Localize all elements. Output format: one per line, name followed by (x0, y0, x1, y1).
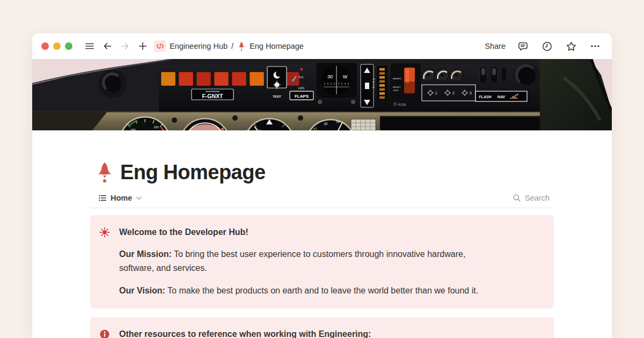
view-tab-bar: Home Search (90, 194, 554, 208)
compass-heading: 30 (327, 74, 333, 79)
new-page-button[interactable] (136, 39, 150, 53)
knob-number-1: 1 (435, 91, 437, 95)
flash-label: FLASH (479, 95, 492, 99)
heading-number: 9 (259, 129, 261, 130)
callout-welcome-title[interactable]: Welcome to the Developer Hub! (119, 226, 489, 239)
registration-placard: F-GNXT (192, 89, 233, 100)
mission-lead: Our Mission: (119, 249, 172, 259)
breadcrumb-page[interactable]: Eng Homepage (250, 42, 304, 50)
toolbar-right-group: Share (485, 39, 602, 53)
breadcrumb-separator: / (231, 42, 233, 50)
search-icon (513, 194, 521, 202)
minimize-window-button[interactable] (53, 42, 61, 50)
sun-icon[interactable] (99, 226, 110, 238)
compass-cardinal: W (343, 74, 348, 79)
armed-switch-module: ARMED RESET TEST RC290 (391, 63, 421, 108)
favorite-button[interactable] (564, 39, 578, 53)
test-label: TEST (273, 95, 281, 98)
knob-number-2: 2 (452, 91, 455, 95)
forward-button[interactable] (118, 39, 132, 53)
rocket-glyph (237, 41, 246, 52)
page-rocket-icon[interactable] (94, 161, 115, 184)
trim-label: TRIM (372, 78, 375, 89)
vision-paragraph[interactable]: Our Vision: To make the best products on… (119, 284, 489, 298)
page-title[interactable]: Eng Homepage (120, 161, 266, 184)
chevron-down-icon[interactable] (136, 196, 142, 200)
callout-resources-title[interactable]: Other resources to reference when workin… (119, 328, 371, 338)
updates-button[interactable] (540, 39, 554, 53)
info-glyph (99, 329, 110, 338)
plus-icon (138, 41, 148, 51)
air-vent-left (99, 70, 127, 98)
registration-text: F-GNXT (202, 93, 223, 99)
callout-resources[interactable]: Other resources to reference when workin… (90, 317, 554, 338)
sidebar-toggle-button[interactable] (83, 39, 97, 53)
mission-paragraph[interactable]: Our Mission: To bring the best user expe… (119, 247, 489, 275)
reset-test-label: TEST (393, 89, 399, 92)
rocket-icon (237, 41, 246, 52)
code-icon[interactable] (154, 40, 166, 52)
search-button[interactable]: Search (513, 194, 550, 202)
comment-icon (517, 41, 529, 52)
rocket-glyph-large (95, 161, 114, 184)
trim-indicator: TRIM (361, 64, 375, 107)
arrow-right-icon (120, 41, 130, 52)
takeoff-label: T/O (298, 76, 304, 79)
magnetic-compass: 30 W (316, 62, 357, 104)
breadcrumb-workspace[interactable]: Engineering Hub (170, 42, 228, 50)
code-glyph (156, 43, 164, 49)
ellipsis-icon (590, 41, 601, 52)
close-window-button[interactable] (41, 42, 49, 50)
bulleted-list-icon (98, 194, 107, 202)
arrow-left-icon (102, 41, 113, 52)
flash-nav-placard: FLASH NAV (475, 91, 527, 101)
rocker-switches (480, 67, 507, 84)
mission-text: To bring the best user experience to cus… (119, 249, 465, 273)
hamburger-icon (84, 41, 95, 52)
sun-glyph (99, 227, 110, 238)
flaps-placard: FLAPS (290, 91, 313, 100)
rmi-33: 33 (335, 120, 340, 124)
cockpit-illustration: 250 300 9 27 30 33 (32, 59, 612, 130)
callout-welcome[interactable]: Welcome to the Developer Hub! Our Missio… (90, 215, 554, 308)
more-options-button[interactable] (588, 39, 602, 53)
back-button[interactable] (100, 39, 114, 53)
share-button[interactable]: Share (485, 42, 506, 50)
airspeed-300: 300 (130, 128, 135, 130)
info-icon[interactable] (99, 328, 110, 338)
view-tab-home[interactable]: Home (98, 194, 142, 202)
nav-label: NAV (497, 95, 506, 99)
armed-label: ARMED (393, 77, 401, 80)
cover-table-placard (351, 119, 376, 130)
flaps-label: FLAPS (295, 94, 309, 99)
comments-button[interactable] (516, 39, 530, 53)
toolbar-left-group (41, 39, 150, 53)
reset-label: RESET (393, 86, 401, 89)
radio-label: RC290 (398, 104, 406, 106)
air-vent-right (514, 63, 540, 89)
airspeed-250: 250 (153, 126, 158, 129)
breadcrumb: Engineering Hub / Eng Homepage (154, 40, 304, 52)
clock-icon (541, 41, 553, 52)
page-cover-image[interactable]: 250 300 9 27 30 33 (32, 59, 612, 130)
amber-bars (377, 65, 387, 101)
knob-number-3: 3 (470, 91, 472, 95)
callout-body: Other resources to reference when workin… (119, 328, 371, 338)
vision-text: To make the best products on earth and t… (165, 286, 478, 295)
star-icon (566, 41, 577, 52)
notion-window: Engineering Hub / Eng Homepage Share (32, 33, 612, 338)
vision-lead: Our Vision: (119, 286, 165, 295)
view-tab-label: Home (111, 194, 132, 202)
zoom-window-button[interactable] (65, 42, 72, 50)
callout-body: Welcome to the Developer Hub! Our Missio… (119, 226, 489, 298)
page-title-row: Eng Homepage (90, 161, 554, 184)
traffic-lights (41, 42, 72, 50)
light-knobs (422, 69, 463, 82)
page-content: Eng Homepage Home Search (32, 161, 612, 338)
rmi-30: 30 (324, 122, 328, 126)
search-label: Search (525, 194, 550, 202)
window-toolbar: Engineering Hub / Eng Homepage Share (32, 33, 612, 59)
landing-label: LDG (298, 86, 304, 90)
